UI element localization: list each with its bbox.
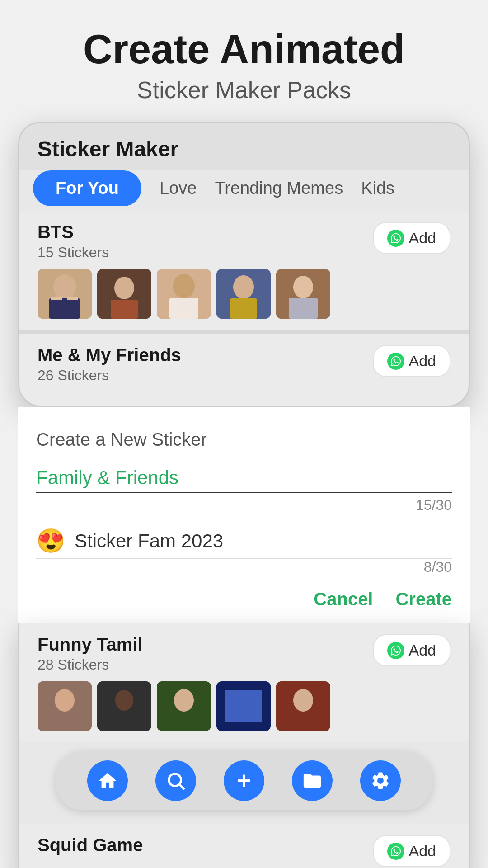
cancel-button[interactable]: Cancel [314, 589, 373, 609]
me-friends-add-button[interactable]: Add [373, 345, 451, 377]
pack-counter: 8/30 [36, 559, 452, 576]
svg-rect-7 [111, 300, 138, 319]
svg-point-1 [53, 274, 76, 300]
tab-for-you[interactable]: For You [33, 170, 141, 206]
svg-rect-16 [289, 298, 318, 319]
svg-point-27 [169, 774, 181, 786]
phone-mock: Sticker Maker For You Love Trending Meme… [18, 122, 470, 407]
whatsapp-icon-4 [387, 843, 404, 860]
svg-rect-13 [230, 298, 257, 319]
svg-rect-24 [225, 690, 262, 722]
bts-add-label: Add [409, 229, 436, 247]
search-icon-circle [155, 760, 196, 801]
svg-rect-4 [67, 297, 78, 300]
page-title-main: Create Animated [18, 27, 470, 72]
nav-settings[interactable] [360, 760, 401, 801]
funny-tamil-sticker-row [38, 681, 450, 731]
tab-trending-memes[interactable]: Trending Memes [215, 179, 343, 198]
sticker-thumb[interactable] [97, 681, 151, 731]
plus-icon-circle [224, 760, 264, 801]
svg-point-12 [233, 275, 254, 299]
phone-header: Sticker Maker [19, 123, 469, 170]
page-title-sub: Sticker Maker Packs [18, 76, 470, 104]
funny-tamil-pack-card: Funny Tamil 28 Stickers Add [19, 623, 469, 742]
svg-rect-2 [49, 298, 80, 319]
me-friends-add-label: Add [409, 352, 436, 370]
whatsapp-icon-3 [387, 642, 404, 659]
sticker-thumb[interactable] [157, 269, 211, 319]
svg-rect-3 [51, 297, 62, 300]
create-sticker-modal: Create a New Sticker 15/30 😍 Sticker Fam… [18, 407, 470, 623]
gear-icon-circle [360, 760, 401, 801]
pack-row-name[interactable]: Sticker Fam 2023 [75, 530, 223, 552]
sticker-thumb[interactable] [276, 681, 330, 731]
bottom-nav [56, 751, 432, 810]
bts-pack-name: BTS [38, 222, 109, 242]
svg-rect-10 [169, 298, 198, 319]
sticker-name-input[interactable] [36, 463, 452, 493]
app-title: Sticker Maker [38, 137, 450, 161]
funny-tamil-pack-count: 28 Stickers [38, 656, 143, 673]
pack-select-group: 😍 Sticker Fam 2023 8/30 [36, 527, 452, 576]
svg-point-6 [114, 277, 134, 299]
squid-game-add-label: Add [409, 842, 436, 860]
me-friends-pack-card: Me & My Friends 26 Stickers Add [19, 334, 469, 406]
sticker-name-counter: 15/30 [36, 497, 452, 514]
folder-icon-circle [292, 760, 333, 801]
nav-packs[interactable] [292, 760, 333, 801]
sticker-thumb[interactable] [216, 269, 271, 319]
sticker-thumb[interactable] [276, 269, 330, 319]
bts-pack-card: BTS 15 Stickers Add [19, 211, 469, 330]
svg-line-28 [180, 785, 185, 790]
modal-title: Create a New Sticker [36, 429, 452, 450]
sticker-thumb[interactable] [38, 269, 92, 319]
svg-point-9 [173, 274, 195, 298]
squid-game-pack-name: Squid Game [38, 835, 143, 855]
sticker-thumb[interactable] [97, 269, 151, 319]
sticker-thumb[interactable] [38, 681, 92, 731]
squid-game-pack-card: Squid Game Add [19, 824, 469, 868]
svg-point-22 [174, 689, 194, 712]
nav-add[interactable] [224, 760, 264, 801]
whatsapp-icon [387, 230, 404, 247]
squid-game-add-button[interactable]: Add [373, 835, 451, 867]
bts-pack-count: 15 Stickers [38, 244, 109, 261]
pack-emoji: 😍 [36, 527, 66, 555]
svg-point-18 [55, 689, 75, 712]
me-friends-pack-name: Me & My Friends [38, 345, 181, 365]
bts-sticker-row [38, 269, 450, 319]
sticker-name-input-group: 15/30 [36, 463, 452, 514]
nav-home[interactable] [87, 760, 128, 801]
home-icon-circle [87, 760, 128, 801]
svg-point-20 [115, 690, 133, 711]
create-button[interactable]: Create [395, 589, 452, 609]
me-friends-pack-count: 26 Stickers [38, 367, 181, 384]
bts-add-button[interactable]: Add [373, 222, 451, 254]
tab-kids[interactable]: Kids [361, 179, 394, 198]
sticker-thumb[interactable] [216, 681, 271, 731]
page-header: Create Animated Sticker Maker Packs [18, 27, 470, 104]
sticker-thumb[interactable] [157, 681, 211, 731]
nav-search[interactable] [155, 760, 196, 801]
svg-point-15 [293, 276, 313, 298]
svg-point-26 [293, 689, 313, 712]
tab-love[interactable]: Love [160, 179, 197, 198]
funny-tamil-add-button[interactable]: Add [373, 634, 451, 666]
modal-actions: Cancel Create [36, 589, 452, 609]
funny-tamil-pack-name: Funny Tamil [38, 634, 143, 655]
funny-tamil-add-label: Add [409, 642, 436, 659]
whatsapp-icon-2 [387, 353, 404, 370]
